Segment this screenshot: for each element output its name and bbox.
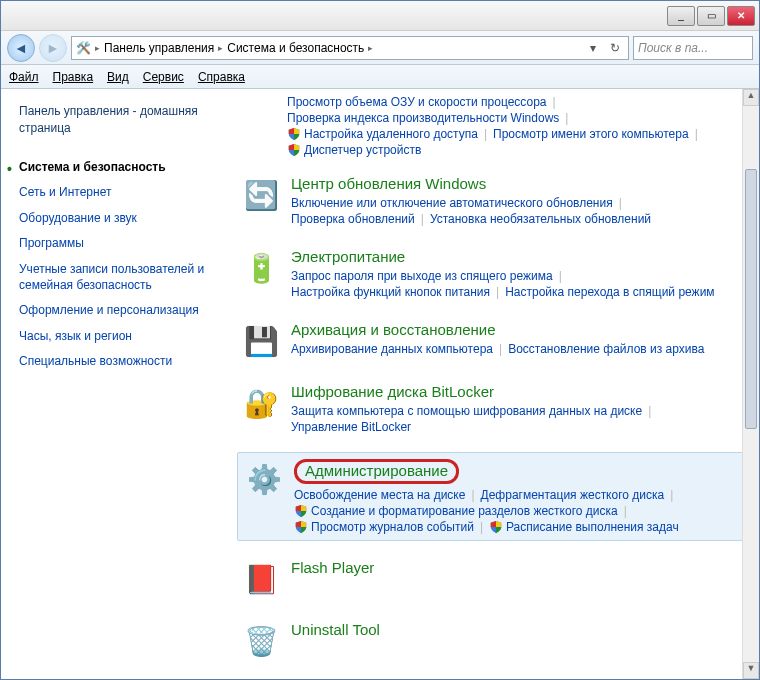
separator: | [496, 285, 499, 299]
category-heading-link[interactable]: Электропитание [291, 248, 405, 265]
separator: | [624, 504, 627, 518]
shield-icon [489, 520, 503, 534]
menu-file[interactable]: Файл [9, 70, 39, 84]
sidebar: Панель управления - домашняя страница Си… [1, 89, 231, 679]
category-links: Запрос пароля при выходе из спящего режи… [291, 269, 741, 299]
task-link[interactable]: Восстановление файлов из архива [508, 342, 704, 356]
scroll-thumb[interactable] [745, 169, 757, 429]
category-heading-link[interactable]: Центр обновления Windows [291, 175, 486, 192]
category-icon: 📕 [241, 559, 281, 599]
chevron-right-icon: ▸ [368, 43, 373, 53]
back-button[interactable]: ◄ [7, 34, 35, 62]
category-section: 💾Архивация и восстановлениеАрхивирование… [237, 317, 745, 365]
category-section: 🗑️Uninstall Tool [237, 617, 745, 665]
sidebar-item[interactable]: Часы, язык и регион [19, 324, 221, 350]
separator: | [648, 404, 651, 418]
chevron-right-icon: ▸ [95, 43, 100, 53]
sidebar-item[interactable]: Программы [19, 231, 221, 257]
category-section: 🔄Центр обновления WindowsВключение или о… [237, 171, 745, 230]
menu-help[interactable]: Справка [198, 70, 245, 84]
sidebar-item[interactable]: Оборудование и звук [19, 206, 221, 232]
refresh-button[interactable]: ↻ [606, 41, 624, 55]
category-links: Защита компьютера с помощью шифрования д… [291, 404, 741, 434]
shield-icon [294, 520, 308, 534]
scroll-up-button[interactable]: ▲ [743, 89, 759, 106]
task-link[interactable]: Включение или отключение автоматического… [291, 196, 613, 210]
separator: | [471, 488, 474, 502]
task-link[interactable]: Просмотр журналов событий [294, 520, 474, 534]
address-dropdown[interactable]: ▾ [584, 41, 602, 55]
control-panel-home-link[interactable]: Панель управления - домашняя страница [19, 103, 221, 137]
task-link[interactable]: Дефрагментация жесткого диска [481, 488, 665, 502]
task-link[interactable]: Настройка перехода в спящий режим [505, 285, 714, 299]
task-link[interactable]: Архивирование данных компьютера [291, 342, 493, 356]
sidebar-item[interactable]: Учетные записи пользователей и семейная … [19, 257, 221, 298]
category-links: Включение или отключение автоматического… [291, 196, 741, 226]
menu-edit[interactable]: Правка [53, 70, 94, 84]
address-bar[interactable]: 🛠️ ▸ Панель управления ▸ Система и безоп… [71, 36, 629, 60]
task-link[interactable]: Установка необязательных обновлений [430, 212, 651, 226]
task-link[interactable]: Запрос пароля при выходе из спящего режи… [291, 269, 553, 283]
maximize-button[interactable]: ▭ [697, 6, 725, 26]
minimize-button[interactable]: _ [667, 6, 695, 26]
task-link[interactable]: Проверка обновлений [291, 212, 415, 226]
scroll-down-button[interactable]: ▼ [743, 662, 759, 679]
vertical-scrollbar[interactable]: ▲ ▼ [742, 89, 759, 679]
sidebar-item[interactable]: Специальные возможности [19, 349, 221, 375]
category-icon: 🔋 [241, 248, 281, 288]
separator: | [565, 111, 568, 125]
sidebar-item[interactable]: Оформление и персонализация [19, 298, 221, 324]
category-section: ⚙️АдминистрированиеОсвобождение места на… [237, 452, 745, 541]
category-heading-link[interactable]: Flash Player [291, 559, 374, 576]
breadcrumb-root[interactable]: Панель управления [104, 41, 214, 55]
separator: | [421, 212, 424, 226]
category-section: 🔐Шифрование диска BitLockerЗащита компью… [237, 379, 745, 438]
shield-icon [294, 504, 308, 518]
menu-tools[interactable]: Сервис [143, 70, 184, 84]
separator: | [499, 342, 502, 356]
category-links: Архивирование данных компьютера | Восста… [291, 342, 741, 356]
separator: | [553, 95, 556, 109]
sidebar-item[interactable]: Система и безопасность [19, 155, 221, 181]
category-heading-link[interactable]: Администрирование [294, 459, 459, 484]
chevron-right-icon: ▸ [218, 43, 223, 53]
task-link[interactable]: Настройка удаленного доступа [287, 127, 478, 141]
category-heading-link[interactable]: Шифрование диска BitLocker [291, 383, 494, 400]
separator: | [670, 488, 673, 502]
category-heading-link[interactable]: Uninstall Tool [291, 621, 380, 638]
forward-button[interactable]: ► [39, 34, 67, 62]
control-panel-icon: 🛠️ [76, 41, 91, 55]
category-icon: 💾 [241, 321, 281, 361]
shield-icon [287, 143, 301, 157]
task-link[interactable]: Настройка функций кнопок питания [291, 285, 490, 299]
task-link[interactable]: Создание и форматирование разделов жестк… [294, 504, 618, 518]
task-link[interactable]: Диспетчер устройств [287, 143, 421, 157]
category-heading-link[interactable]: Архивация и восстановление [291, 321, 496, 338]
task-link[interactable]: Управление BitLocker [291, 420, 411, 434]
separator: | [480, 520, 483, 534]
separator: | [484, 127, 487, 141]
sidebar-item[interactable]: Сеть и Интернет [19, 180, 221, 206]
titlebar: _ ▭ ✕ [1, 1, 759, 31]
system-links: Просмотр объема ОЗУ и скорости процессор… [287, 95, 745, 157]
menubar: Файл Правка Вид Сервис Справка [1, 65, 759, 89]
category-icon: 🔐 [241, 383, 281, 423]
task-link[interactable]: Просмотр объема ОЗУ и скорости процессор… [287, 95, 547, 109]
task-link[interactable]: Защита компьютера с помощью шифрования д… [291, 404, 642, 418]
separator: | [559, 269, 562, 283]
category-section: 🔋ЭлектропитаниеЗапрос пароля при выходе … [237, 244, 745, 303]
category-icon: 🗑️ [241, 621, 281, 661]
category-links: Освобождение места на диске | Дефрагмент… [294, 488, 738, 534]
category-section: 📕Flash Player [237, 555, 745, 603]
task-link[interactable]: Освобождение места на диске [294, 488, 465, 502]
search-input[interactable]: Поиск в па... [633, 36, 753, 60]
task-link[interactable]: Проверка индекса производительности Wind… [287, 111, 559, 125]
menu-view[interactable]: Вид [107, 70, 129, 84]
shield-icon [287, 127, 301, 141]
task-link[interactable]: Просмотр имени этого компьютера [493, 127, 689, 141]
task-link[interactable]: Расписание выполнения задач [489, 520, 679, 534]
separator: | [619, 196, 622, 210]
close-button[interactable]: ✕ [727, 6, 755, 26]
breadcrumb-current[interactable]: Система и безопасность [227, 41, 364, 55]
category-icon: 🔄 [241, 175, 281, 215]
